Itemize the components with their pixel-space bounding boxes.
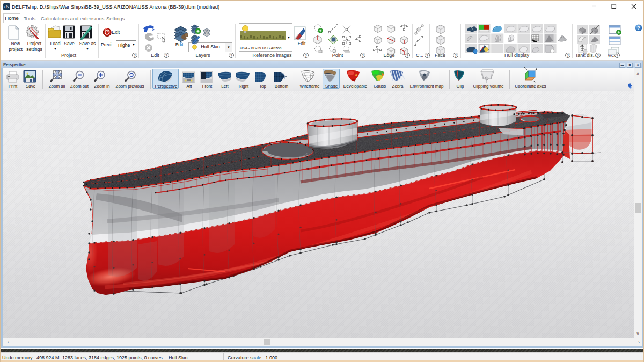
svg-text:?: ? <box>637 25 640 31</box>
